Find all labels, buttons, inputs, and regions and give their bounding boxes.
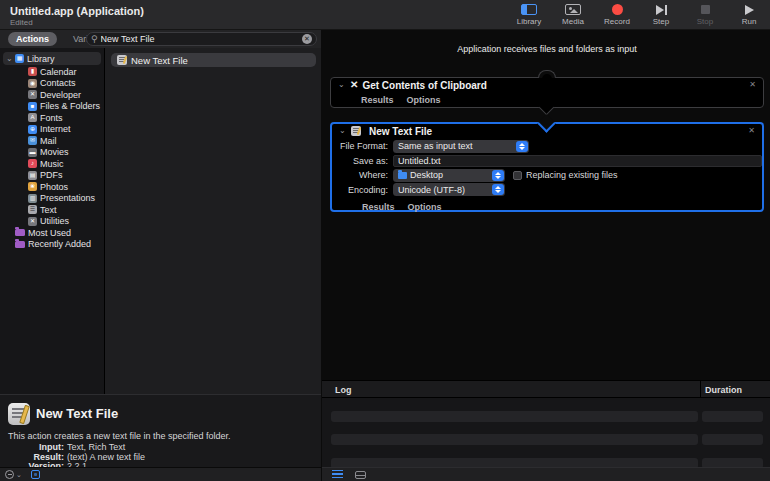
- log-panel: Log Duration: [322, 380, 770, 467]
- block-footer: Results Options: [332, 198, 762, 217]
- block-header[interactable]: ⌄ ✕ Get Contents of Clipboard ✕: [331, 78, 763, 92]
- files-folders-icon: ■: [28, 102, 37, 111]
- presentations-icon: ▥: [28, 194, 37, 203]
- smart-folder-icon: [15, 229, 25, 236]
- main-toolbar: Library Media Record Step Stop Run: [514, 3, 764, 26]
- description-text: This action creates a new text file in t…: [8, 431, 315, 441]
- sidebar-item-calendar[interactable]: ▮ Calendar: [0, 66, 104, 78]
- results-link[interactable]: Results: [362, 202, 395, 212]
- where-row: Where: Desktop Replacing existing files: [332, 169, 762, 182]
- sidebar-item-developer[interactable]: ✕ Developer: [0, 89, 104, 101]
- sidebar-item-photos[interactable]: ❀ Photos: [0, 181, 104, 193]
- save-as-input[interactable]: [393, 155, 762, 167]
- mail-icon: ✉: [28, 136, 37, 145]
- options-link[interactable]: Options: [408, 202, 442, 212]
- action-results-list: New Text File: [106, 48, 321, 394]
- action-block-get-contents-of-clipboard[interactable]: ⌄ ✕ Get Contents of Clipboard ✕ Results …: [330, 77, 764, 108]
- text-file-icon: [351, 126, 361, 136]
- action-block-new-text-file[interactable]: ⌄ New Text File ✕ File Format: Same as i…: [330, 122, 764, 212]
- stop-button: Stop: [690, 3, 720, 26]
- right-status-bar: [322, 467, 770, 481]
- disclosure-chevron-icon[interactable]: ⌄: [338, 81, 347, 89]
- options-link[interactable]: Options: [407, 95, 441, 105]
- disclosure-chevron-icon[interactable]: ⌄: [6, 55, 15, 63]
- block-header[interactable]: ⌄ New Text File ✕: [332, 124, 762, 138]
- smart-folder-icon: [15, 241, 25, 248]
- column-divider: [700, 381, 701, 398]
- document-edited-status: Edited: [10, 18, 33, 27]
- utilities-icon: ✕: [28, 217, 37, 226]
- disclosure-chevron-icon[interactable]: ⌄: [339, 127, 348, 135]
- library-panel-icon: [521, 4, 537, 15]
- sidebar-item-library[interactable]: ⌄ ▦ Library: [3, 52, 101, 65]
- encoding-popup[interactable]: Unicode (UTF-8): [393, 183, 505, 196]
- description-toggle-icon[interactable]: [31, 470, 40, 479]
- connector-nub-icon: [538, 70, 556, 78]
- sidebar-item-music[interactable]: ♪ Music: [0, 158, 104, 170]
- sidebar-item-contacts[interactable]: ◉ Contacts: [0, 78, 104, 90]
- fonts-icon: A: [28, 113, 37, 122]
- sidebar-item-most-used[interactable]: Most Used: [0, 227, 104, 239]
- run-button[interactable]: Run: [734, 3, 764, 26]
- where-popup[interactable]: Desktop: [393, 169, 505, 182]
- record-button[interactable]: Record: [602, 3, 632, 26]
- file-format-popup[interactable]: Same as input text: [393, 140, 529, 153]
- pdf-icon: ▤: [28, 171, 37, 180]
- log-column-header[interactable]: Log: [335, 385, 352, 395]
- duration-column-header[interactable]: Duration: [705, 385, 742, 395]
- developer-icon: ✕: [28, 90, 37, 99]
- calendar-icon: ▮: [28, 67, 37, 76]
- popup-chevrons-icon: [516, 141, 528, 152]
- close-icon[interactable]: ✕: [748, 127, 755, 135]
- record-icon: [612, 4, 623, 15]
- replacing-existing-files-checkbox[interactable]: [513, 171, 522, 180]
- sidebar-item-mail[interactable]: ✉ Mail: [0, 135, 104, 147]
- movies-icon: ▬: [28, 148, 37, 157]
- sidebar-item-presentations[interactable]: ▥ Presentations: [0, 193, 104, 205]
- checkbox-label: Replacing existing files: [526, 170, 618, 180]
- window-title: Untitled.app (Application): [10, 5, 144, 17]
- log-panel-toggle-icon[interactable]: [355, 471, 366, 479]
- internet-globe-icon: ⊕: [28, 125, 37, 134]
- sidebar-item-internet[interactable]: ⊕ Internet: [0, 124, 104, 136]
- library-pane: Actions Variables ⚲ ✕ ⌄ ▦ Library ▮ Cale…: [0, 30, 321, 481]
- tab-actions[interactable]: Actions: [8, 32, 57, 46]
- sidebar-item-files-folders[interactable]: ■ Files & Folders: [0, 101, 104, 113]
- sidebar-item-pdfs[interactable]: ▤ PDFs: [0, 170, 104, 182]
- clear-search-icon[interactable]: ✕: [302, 34, 312, 44]
- stop-icon: [701, 5, 710, 14]
- text-icon: ☰: [28, 205, 37, 214]
- remove-action-menu-icon[interactable]: [5, 470, 14, 479]
- search-icon: ⚲: [91, 35, 98, 44]
- action-list-item-new-text-file[interactable]: New Text File: [111, 53, 316, 67]
- popup-chevrons-icon: [492, 184, 504, 195]
- chevron-down-icon[interactable]: ⌄: [16, 471, 22, 479]
- search-input[interactable]: [101, 34, 302, 44]
- step-icon: [656, 3, 667, 16]
- media-button[interactable]: Media: [558, 3, 588, 26]
- left-status-bar: ⌄: [0, 467, 321, 481]
- save-as-row: Save as:: [332, 154, 762, 167]
- encoding-row: Encoding: Unicode (UTF-8): [332, 183, 762, 196]
- sidebar-item-movies[interactable]: ▬ Movies: [0, 147, 104, 159]
- sidebar-item-recently-added[interactable]: Recently Added: [0, 239, 104, 251]
- action-description-panel: New Text File This action creates a new …: [0, 394, 321, 467]
- workflow-canvas: Application receives files and folders a…: [322, 30, 770, 380]
- library-category-sidebar: ⌄ ▦ Library ▮ Calendar ◉ Contacts ✕ Deve…: [0, 48, 105, 394]
- contacts-icon: ◉: [28, 79, 37, 88]
- sidebar-item-utilities[interactable]: ✕ Utilities: [0, 216, 104, 228]
- sidebar-item-text[interactable]: ☰ Text: [0, 204, 104, 216]
- media-icon: [565, 4, 581, 15]
- library-button[interactable]: Library: [514, 3, 544, 26]
- log-rows: [322, 398, 770, 468]
- results-link[interactable]: Results: [361, 95, 394, 105]
- automator-window: Untitled.app (Application) Edited Librar…: [0, 0, 770, 481]
- workflow-input-caption: Application receives files and folders a…: [330, 44, 764, 54]
- step-button[interactable]: Step: [646, 3, 676, 26]
- photos-icon: ❀: [28, 182, 37, 191]
- close-icon[interactable]: ✕: [749, 81, 756, 89]
- log-list-view-icon[interactable]: [332, 470, 343, 479]
- description-title: New Text File: [36, 406, 118, 421]
- action-search-field[interactable]: ⚲ ✕: [86, 32, 317, 46]
- sidebar-item-fonts[interactable]: A Fonts: [0, 112, 104, 124]
